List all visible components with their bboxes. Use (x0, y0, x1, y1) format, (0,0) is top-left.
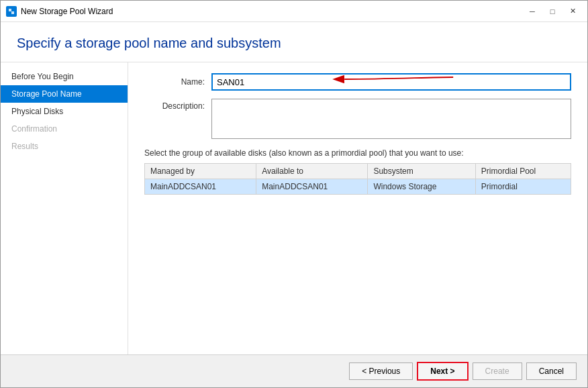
main-window: New Storage Pool Wizard ─ □ ✕ Specify a … (0, 0, 588, 388)
table-description: Select the group of available disks (als… (144, 148, 571, 158)
sidebar-item-before-you-begin[interactable]: Before You Begin (1, 68, 128, 85)
page-header: Specify a storage pool name and subsyste… (1, 22, 587, 62)
description-label: Description: (144, 99, 211, 111)
description-row: Description: (144, 99, 571, 139)
name-input[interactable] (211, 73, 571, 91)
disk-table: Managed by Available to Subsystem Primor… (144, 163, 571, 195)
col-subsystem: Subsystem (368, 164, 475, 179)
cell-available-to: MainADDCSAN01 (256, 179, 368, 195)
create-button: Create (473, 362, 522, 380)
form-area-wrapper: Name: Description: Select the group of a… (128, 62, 587, 354)
cancel-button[interactable]: Cancel (526, 362, 577, 380)
window-icon (6, 6, 17, 17)
next-button[interactable]: Next > (417, 362, 468, 381)
table-row[interactable]: MainADDCSAN01 MainADDCSAN01 Windows Stor… (145, 179, 571, 195)
description-input[interactable] (211, 99, 571, 139)
cell-managed-by: MainADDCSAN01 (145, 179, 256, 195)
name-label: Name: (144, 77, 211, 87)
col-available-to: Available to (256, 164, 368, 179)
col-primordial-pool: Primordial Pool (475, 164, 571, 179)
sidebar: Before You Begin Storage Pool Name Physi… (1, 62, 128, 354)
sidebar-item-physical-disks[interactable]: Physical Disks (1, 103, 128, 120)
body-area: Before You Begin Storage Pool Name Physi… (1, 62, 587, 354)
svg-rect-0 (9, 9, 11, 11)
close-button[interactable]: ✕ (563, 5, 582, 18)
window-title: New Storage Pool Wizard (21, 7, 523, 16)
sidebar-item-results: Results (1, 138, 128, 155)
form-area: Name: Description: Select the group of a… (128, 62, 587, 354)
previous-button[interactable]: < Previous (349, 362, 413, 380)
col-managed-by: Managed by (145, 164, 256, 179)
name-row: Name: (144, 73, 571, 91)
sidebar-item-storage-pool-name[interactable]: Storage Pool Name (1, 85, 128, 103)
svg-rect-1 (11, 11, 14, 14)
sidebar-item-confirmation: Confirmation (1, 120, 128, 138)
title-bar: New Storage Pool Wizard ─ □ ✕ (1, 1, 587, 22)
content-area: Specify a storage pool name and subsyste… (1, 22, 587, 387)
window-controls: ─ □ ✕ (523, 5, 582, 18)
footer: < Previous Next > Create Cancel (1, 354, 587, 387)
cell-subsystem: Windows Storage (368, 179, 475, 195)
minimize-button[interactable]: ─ (523, 5, 542, 18)
restore-button[interactable]: □ (543, 5, 562, 18)
page-title: Specify a storage pool name and subsyste… (17, 36, 571, 51)
cell-primordial-pool: Primordial (475, 179, 571, 195)
